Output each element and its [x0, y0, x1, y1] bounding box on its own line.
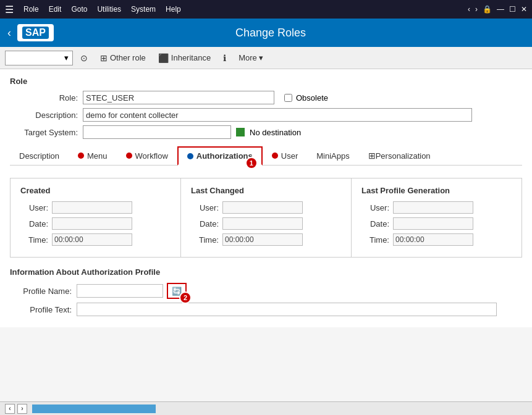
inheritance-icon: ⬛ [158, 53, 169, 63]
last-profile-date-input[interactable] [393, 217, 473, 230]
last-profile-user-label: User: [361, 203, 389, 212]
back-button[interactable]: ‹ [7, 27, 11, 40]
nav-forward-icon[interactable]: › [475, 5, 478, 14]
role-dropdown[interactable]: ▾ [5, 51, 73, 65]
description-input[interactable] [83, 108, 472, 122]
copy-role-button[interactable]: ⊙ [75, 51, 93, 65]
created-date-label: Date: [20, 219, 48, 228]
tab-personalization[interactable]: ⊞ Personalization [359, 146, 440, 165]
tab-workflow-label: Workflow [135, 151, 168, 161]
last-profile-time-row: Time: [361, 233, 512, 246]
menu-item-system[interactable]: System [131, 5, 156, 14]
tab-user-dot [272, 153, 278, 159]
target-label: Target System: [10, 128, 78, 137]
bottom-nav: ‹ › [5, 404, 27, 414]
info-icon: ℹ [223, 53, 226, 63]
created-user-row: User: [20, 201, 171, 214]
tab-description-label: Description [19, 151, 59, 161]
description-row: Description: [10, 108, 522, 122]
menu-item-role[interactable]: Role [23, 5, 39, 14]
profile-text-row: Profile Text: [10, 303, 522, 316]
last-profile-user-input[interactable] [393, 201, 473, 214]
last-changed-date-row: Date: [191, 217, 341, 230]
last-changed-user-input[interactable] [222, 201, 303, 214]
bottom-progress-bar [32, 405, 156, 413]
copy-icon: ⊙ [80, 53, 88, 63]
tab-user-label: User [281, 151, 298, 161]
last-profile-time-label: Time: [361, 235, 389, 245]
target-input[interactable] [83, 125, 231, 139]
inheritance-button[interactable]: ⬛ Inheritance [153, 51, 216, 65]
created-user-label: User: [20, 203, 48, 212]
profile-text-input[interactable] [77, 303, 497, 316]
created-date-row: Date: [20, 217, 171, 230]
profile-text-label: Profile Text: [10, 305, 72, 314]
role-input[interactable] [83, 91, 274, 104]
tab-workflow[interactable]: Workflow [117, 147, 177, 165]
status-dot-icon [236, 128, 245, 136]
minimize-button[interactable]: — [497, 5, 504, 14]
sap-logo-text: SAP [22, 27, 49, 39]
profile-name-row: Profile Name: 🔄 2 [10, 283, 522, 299]
header-bar: ‹ SAP Change Roles [0, 19, 532, 47]
auth-profile-title: Information About Authorization Profile [10, 267, 522, 277]
more-arrow-icon: ▾ [259, 53, 263, 62]
last-changed-title: Last Changed [191, 186, 341, 195]
close-button[interactable]: ✕ [521, 5, 527, 14]
menu-item-goto[interactable]: Goto [71, 5, 87, 14]
tab-personalization-label: Personalization [376, 151, 431, 161]
tab-authorizations[interactable]: Authorizations 1 [177, 146, 263, 166]
last-changed-date-input[interactable] [222, 217, 303, 230]
tab-description[interactable]: Description [10, 147, 69, 165]
dropdown-arrow-icon: ▾ [64, 53, 69, 62]
obsolete-checkbox[interactable] [284, 94, 292, 102]
last-changed-user-row: User: [191, 201, 341, 214]
last-changed-date-label: Date: [191, 219, 219, 228]
bottom-left-button[interactable]: ‹ [5, 404, 15, 414]
main-content: Role Role: Obsolete Description: Target … [0, 69, 532, 327]
role-label: Role: [10, 93, 78, 103]
menu-item-edit[interactable]: Edit [49, 5, 62, 14]
nav-back-icon[interactable]: ‹ [468, 5, 470, 14]
sap-logo: SAP [17, 24, 54, 41]
created-time-input[interactable] [52, 233, 132, 246]
info-button[interactable]: ℹ [218, 51, 231, 65]
more-button[interactable]: More ▾ [234, 52, 268, 64]
profile-action-button[interactable]: 🔄 2 [167, 283, 187, 299]
role-row: Role: Obsolete [10, 91, 522, 104]
created-date-input[interactable] [52, 217, 132, 230]
other-role-label: Other role [110, 53, 146, 62]
last-profile-date-label: Date: [361, 219, 389, 228]
tab-user[interactable]: User [263, 147, 307, 165]
description-label: Description: [10, 111, 78, 120]
last-profile-col: Last Profile Generation User: Date: Time… [352, 178, 521, 257]
menu-bar: ☰ Role Edit Goto Utilities System Help ‹… [0, 0, 532, 19]
status-label: No destination [250, 128, 301, 137]
created-user-input[interactable] [52, 201, 132, 214]
tab-authorizations-badge: 1 [245, 157, 258, 169]
hamburger-icon[interactable]: ☰ [5, 4, 14, 15]
last-profile-title: Last Profile Generation [361, 186, 512, 195]
inheritance-label: Inheritance [171, 53, 211, 62]
tab-workflow-dot [126, 153, 132, 159]
lock-icon: 🔒 [483, 5, 492, 14]
tab-menu[interactable]: Menu [69, 147, 117, 165]
last-profile-time-input[interactable] [393, 233, 473, 246]
obsolete-label: Obsolete [296, 93, 328, 103]
role-section-title: Role [10, 77, 522, 86]
last-changed-user-label: User: [191, 203, 219, 212]
other-role-icon: ⊞ [100, 53, 108, 63]
other-role-button[interactable]: ⊞ Other role [95, 51, 151, 65]
last-changed-time-row: Time: [191, 233, 341, 246]
tab-miniapps[interactable]: MiniApps [307, 147, 358, 165]
menu-item-help[interactable]: Help [166, 5, 181, 14]
last-changed-time-input[interactable] [222, 233, 303, 246]
tab-authorizations-label: Authorizations [196, 151, 253, 161]
page-title: Change Roles [54, 27, 488, 40]
menu-item-utilities[interactable]: Utilities [97, 5, 121, 14]
profile-name-input[interactable] [77, 284, 163, 298]
tab-menu-label: Menu [87, 151, 108, 161]
bottom-right-button[interactable]: › [17, 404, 27, 414]
created-time-label: Time: [20, 235, 48, 245]
restore-button[interactable]: ☐ [509, 5, 516, 14]
